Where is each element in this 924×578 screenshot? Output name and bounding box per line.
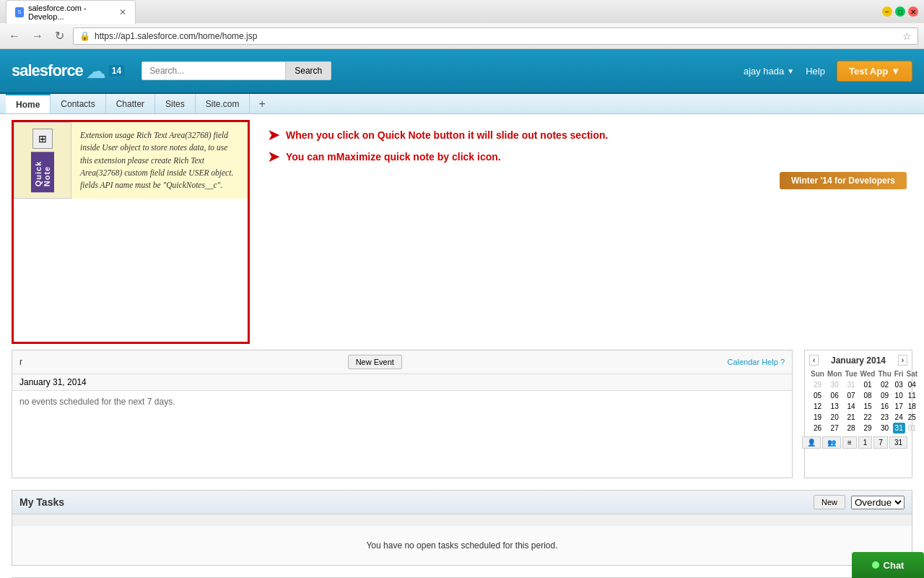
app-switcher-btn[interactable]: Test App ▼ [837, 61, 912, 82]
quick-note-label[interactable]: Quick Note [31, 152, 54, 192]
user-name: ajay hada [744, 66, 784, 77]
logo-text: salesforce [12, 61, 83, 80]
cal-day-23-3[interactable]: 23 [876, 412, 892, 423]
search-input[interactable] [141, 61, 286, 80]
search-btn[interactable]: Search [286, 61, 331, 80]
maximize-btn[interactable]: □ [895, 7, 905, 17]
tasks-filter-select[interactable]: Overdue Today All Open [851, 496, 905, 509]
tasks-body: You have no open tasks scheduled for thi… [12, 526, 912, 565]
cal-day-13-2[interactable]: 13 [826, 401, 844, 412]
nav-add-tab-btn[interactable]: + [253, 95, 271, 113]
cal-day-24-3[interactable]: 24 [893, 412, 905, 423]
logo-num: 14 [109, 65, 124, 77]
prev-month-btn[interactable]: ‹ [809, 355, 819, 366]
tasks-subheader [12, 514, 912, 526]
url-text: https://ap1.salesforce.com/home/home.jsp [95, 31, 898, 41]
sf-main: ⊞ Quick Note Extension usage Rich Text A… [0, 114, 924, 578]
content-wrapper: ⊞ Quick Note Extension usage Rich Text A… [0, 114, 924, 578]
cal-day-17-2[interactable]: 17 [893, 401, 905, 412]
annotation-line2: You can mMaximize quick note by click ic… [286, 149, 501, 165]
help-question-icon: ? [780, 358, 785, 366]
nav-tab-sites[interactable]: Sites [155, 94, 196, 113]
browser-tab[interactable]: S salesforce.com - Develop... ✕ [6, 0, 136, 24]
nav-tab-contacts[interactable]: Contacts [51, 94, 105, 113]
cal-period-label: r [19, 357, 22, 367]
annotation-arrow-icon: ➤ [267, 126, 280, 144]
close-btn[interactable]: ✕ [908, 7, 918, 17]
app-btn-arrow-icon: ▼ [891, 66, 900, 77]
cal-view-btns: 👤 👥 ≡ 1 7 31 [809, 436, 907, 449]
cal-single-user-btn[interactable]: 👤 [802, 436, 821, 449]
cal-day-08-1[interactable]: 08 [858, 390, 876, 401]
cal-day-02-0[interactable]: 02 [876, 379, 892, 390]
cal-day-20-3[interactable]: 20 [826, 412, 844, 423]
bookmark-icon[interactable]: ☆ [902, 30, 912, 42]
user-menu[interactable]: ajay hada ▼ [744, 66, 794, 77]
tasks-section: My Tasks New Overdue Today All Open You … [12, 490, 912, 566]
cal-day-06-1[interactable]: 06 [826, 390, 844, 401]
calendar-section: r New Event Calendar Help ? January 31, … [12, 350, 912, 478]
cal-day-14-2[interactable]: 14 [843, 401, 858, 412]
help-link[interactable]: Help [806, 66, 825, 77]
cal-day-21-3[interactable]: 21 [843, 412, 858, 423]
nav-tab-sitecom[interactable]: Site.com [196, 94, 250, 113]
browser-chrome: S salesforce.com - Develop... ✕ − □ ✕ ← … [0, 0, 924, 49]
cal-day-29-4[interactable]: 29 [858, 423, 876, 434]
cal-day-25-3[interactable]: 25 [905, 412, 920, 423]
minimize-btn[interactable]: − [882, 7, 892, 17]
cal-day-15-2[interactable]: 15 [858, 401, 876, 412]
cal-day-btn[interactable]: 1 [858, 436, 873, 449]
cal-month-btn[interactable]: 31 [889, 436, 907, 449]
cal-day-30-4[interactable]: 30 [876, 423, 892, 434]
sf-nav: Home Contacts Chatter Sites Site.com + [0, 94, 924, 114]
window-controls: − □ ✕ [882, 7, 918, 17]
cal-day-26-4[interactable]: 26 [809, 423, 826, 434]
cal-day-22-3[interactable]: 22 [858, 412, 876, 423]
nav-tab-home[interactable]: Home [6, 94, 51, 113]
quick-note-maximize-btn[interactable]: ⊞ [32, 129, 53, 149]
address-bar[interactable]: 🔒 https://ap1.salesforce.com/home/home.j… [73, 27, 918, 45]
cal-day-10-1[interactable]: 10 [893, 390, 905, 401]
cal-day-04-0[interactable]: 04 [905, 379, 920, 390]
cal-day-11-1[interactable]: 11 [905, 390, 920, 401]
calendar-header: r New Event Calendar Help ? [12, 350, 792, 374]
back-btn[interactable]: ← [6, 28, 23, 44]
browser-titlebar: S salesforce.com - Develop... ✕ − □ ✕ [0, 0, 924, 23]
next-month-btn[interactable]: › [898, 355, 907, 366]
reload-btn[interactable]: ↻ [52, 27, 67, 44]
nav-tab-chatter[interactable]: Chatter [106, 94, 155, 113]
cal-day-18-2[interactable]: 18 [905, 401, 920, 412]
quick-note-content: Extension usage Rich Text Area(32768) fi… [71, 122, 248, 199]
cal-day-03-0[interactable]: 03 [893, 379, 905, 390]
cal-day-19-3[interactable]: 19 [809, 412, 826, 423]
cal-day-31-4[interactable]: 31 [893, 423, 905, 434]
cal-day-01-4[interactable]: 01 [905, 423, 920, 434]
cal-day-09-1[interactable]: 09 [876, 390, 892, 401]
user-dropdown-icon: ▼ [787, 67, 794, 75]
new-event-btn[interactable]: New Event [348, 355, 402, 369]
cal-day-05-1[interactable]: 05 [809, 390, 826, 401]
tab-favicon: S [15, 7, 24, 17]
cal-day-28-4[interactable]: 28 [843, 423, 858, 434]
cal-multi-user-btn[interactable]: 👥 [822, 436, 841, 449]
calendar-date-label: r [19, 357, 22, 367]
chat-widget[interactable]: Chat [852, 552, 924, 578]
ssl-icon: 🔒 [79, 31, 90, 41]
new-task-btn[interactable]: New [814, 495, 845, 509]
cal-day-07-1[interactable]: 07 [843, 390, 858, 401]
cal-day-16-2[interactable]: 16 [876, 401, 892, 412]
cal-day-29-0[interactable]: 29 [809, 379, 826, 390]
annotation-area: ⊞ Quick Note Extension usage Rich Text A… [0, 114, 924, 350]
cal-day-27-4[interactable]: 27 [826, 423, 844, 434]
cal-day-01-0[interactable]: 01 [858, 379, 876, 390]
cal-day-30-0[interactable]: 30 [826, 379, 844, 390]
cal-list-btn[interactable]: ≡ [842, 436, 857, 449]
annotation-arrow2-icon: ➤ [267, 147, 280, 166]
cal-day-12-2[interactable]: 12 [809, 401, 826, 412]
cal-week-btn[interactable]: 7 [873, 436, 888, 449]
cal-day-31-0[interactable]: 31 [843, 379, 858, 390]
annotation-line1: When you click on Quick Note button it w… [286, 127, 608, 143]
calendar-help-link[interactable]: Calendar Help ? [727, 358, 785, 366]
tab-close-btn[interactable]: ✕ [119, 7, 126, 17]
forward-btn[interactable]: → [29, 28, 46, 44]
